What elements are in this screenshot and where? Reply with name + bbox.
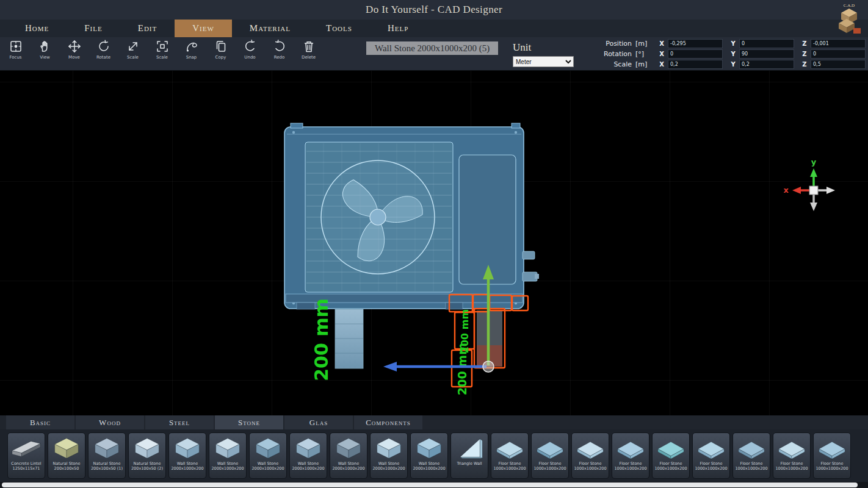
tool-view-button[interactable]: View: [34, 39, 56, 60]
palette-item[interactable]: Floor Stone 1000x1000x200: [692, 432, 730, 479]
palette-item-name: Wall Stone: [298, 461, 319, 466]
position-y-input[interactable]: [739, 39, 794, 48]
gizmo-x-arrowhead[interactable]: [383, 362, 397, 371]
scale-z-input[interactable]: [811, 60, 866, 69]
menu-item-home[interactable]: Home: [7, 20, 67, 37]
axis-x-label: x: [784, 185, 789, 195]
palette-item[interactable]: Floor Stone 1000x1000x200: [571, 432, 609, 479]
palette-item-name: Floor Stone: [538, 461, 561, 466]
category-tabs: BasicWoodSteelStoneGlasComponents: [0, 415, 868, 429]
tool-focus-button[interactable]: Focus: [5, 39, 26, 60]
logo-text: C.A.D: [844, 3, 855, 8]
palette-item[interactable]: Wall Stone 2000x1000x200: [330, 432, 367, 479]
palette-item[interactable]: Triangle Wall: [450, 432, 488, 479]
scrollbar-thumb[interactable]: [2, 483, 858, 487]
stone-thumbnail: [171, 434, 204, 461]
axis-letter: X: [659, 51, 665, 57]
tool-undo-button[interactable]: Undo: [239, 39, 261, 60]
stone-thumbnail: [533, 434, 566, 461]
view-icon: [38, 39, 52, 54]
gizmo-origin[interactable]: [483, 361, 494, 372]
viewport-canvas[interactable]: 200 mm 200 mm 200 mm y x: [0, 71, 868, 415]
palette-item-name: Triangle Wall: [457, 461, 482, 466]
palette-item-name: Wall Stone: [378, 461, 399, 466]
tab-components[interactable]: Components: [354, 415, 422, 429]
title-bar: Do It Yourself - CAD Designer: [0, 0, 868, 20]
menu-item-label: Tools: [326, 23, 352, 34]
tool-scale-button[interactable]: Scale: [151, 39, 173, 60]
stone-thumbnail: [251, 434, 284, 461]
palette-item[interactable]: Wall Stone 2000x1000x200: [410, 432, 448, 479]
palette-item[interactable]: Wall Stone 2000x1000x200: [370, 432, 408, 479]
palette-item[interactable]: Natural Stone 200x100x50 (2): [128, 432, 166, 479]
menu-item-file[interactable]: File: [67, 20, 120, 37]
rotation-z-input[interactable]: [811, 49, 866, 59]
tool-group: Focus View Move Rotate Scale Scale Snap …: [5, 39, 319, 60]
palette-item[interactable]: Wall Stone 2000x1000x200: [209, 432, 247, 479]
menu-bar: Home File Edit View Material Tools Help: [0, 20, 868, 37]
palette-item[interactable]: Concrete Lintel 1250x115x71: [7, 432, 45, 479]
stone-thumbnail: [654, 434, 687, 461]
tool-label: Move: [68, 55, 80, 60]
toolbar: Focus View Move Rotate Scale Scale Snap …: [0, 37, 868, 71]
tool-scale-button[interactable]: Scale: [122, 39, 143, 60]
palette-item[interactable]: Floor Stone 1000x1000x200: [491, 432, 529, 479]
menu-item-edit[interactable]: Edit: [120, 20, 175, 37]
position-x-input[interactable]: [668, 39, 723, 48]
tool-move-button[interactable]: Move: [63, 39, 85, 60]
tool-redo-button[interactable]: Redo: [269, 39, 290, 60]
scale-y-input[interactable]: [739, 60, 794, 69]
tool-delete-button[interactable]: Delete: [298, 39, 319, 60]
menu-item-tools[interactable]: Tools: [308, 20, 370, 37]
tab-wood[interactable]: Wood: [76, 415, 144, 429]
tab-steel[interactable]: Steel: [145, 415, 214, 429]
menu-item-material[interactable]: Material: [232, 20, 308, 37]
tool-label: Copy: [215, 55, 226, 60]
blueprint-ac-unit[interactable]: [284, 123, 539, 309]
scale-x-input[interactable]: [668, 60, 723, 69]
tool-copy-button[interactable]: Copy: [210, 39, 231, 60]
palette-item-size: 2000x1000x200: [292, 466, 324, 471]
palette-item[interactable]: Floor Stone 1000x1000x200: [531, 432, 569, 479]
palette-item[interactable]: Floor Stone 1000x1000x200: [773, 432, 811, 479]
tab-glas[interactable]: Glas: [284, 415, 353, 429]
orientation-gizmo[interactable]: y x: [784, 157, 835, 211]
copy-icon: [214, 39, 228, 54]
palette-item-name: Floor Stone: [820, 461, 843, 466]
tool-snap-button[interactable]: Snap: [181, 39, 202, 60]
rotation-y-input[interactable]: [739, 49, 794, 59]
dimension-labels: 200 mm 200 mm 200 mm: [311, 298, 471, 395]
redo-icon: [272, 39, 287, 54]
palette-item[interactable]: Floor Stone 1000x1000x200: [612, 432, 649, 479]
menu-item-view[interactable]: View: [175, 20, 232, 37]
tab-basic[interactable]: Basic: [6, 415, 74, 429]
palette-item-size: 200x100x50 (1): [91, 466, 123, 471]
menu-item-help[interactable]: Help: [370, 20, 426, 37]
scene-svg[interactable]: 200 mm 200 mm 200 mm y x: [0, 71, 868, 415]
palette-item-size: 200x100x50 (2): [131, 466, 163, 471]
transform-row: Position [m] X Y Z: [594, 39, 866, 48]
gizmo-cube[interactable]: [809, 186, 818, 195]
palette-item[interactable]: Wall Stone 2000x1000x200: [168, 432, 206, 479]
palette-item-size: 2000x1000x200: [332, 466, 364, 471]
stone-thumbnail: [372, 434, 405, 461]
stone-pedestal[interactable]: [335, 309, 363, 368]
axis-letter: Z: [801, 40, 808, 47]
palette-item[interactable]: Wall Stone 2000x1000x200: [249, 432, 287, 479]
palette-scrollbar[interactable]: [0, 482, 868, 488]
palette-item[interactable]: Floor Stone 1000x1000x200: [652, 432, 690, 479]
palette-item[interactable]: Floor Stone 1000x1000x200: [732, 432, 770, 479]
palette-item[interactable]: Natural Stone 200x100x50: [48, 432, 85, 479]
unit-select[interactable]: Meter: [513, 56, 574, 67]
palette-item[interactable]: Floor Stone 1000x1000x200: [813, 432, 851, 479]
tab-stone[interactable]: Stone: [215, 415, 283, 429]
palette-item[interactable]: Natural Stone 200x100x50 (1): [88, 432, 126, 479]
transform-row: Rotation [°] X Y Z: [594, 49, 866, 59]
rotation-x-input[interactable]: [668, 49, 723, 59]
tool-rotate-button[interactable]: Rotate: [93, 39, 114, 60]
palette-item-size: 1000x1000x200: [614, 466, 646, 471]
palette-item-name: Concrete Lintel: [11, 461, 41, 466]
position-z-input[interactable]: [811, 39, 866, 48]
stone-thumbnail: [332, 434, 365, 461]
palette-item[interactable]: Wall Stone 2000x1000x200: [289, 432, 327, 479]
